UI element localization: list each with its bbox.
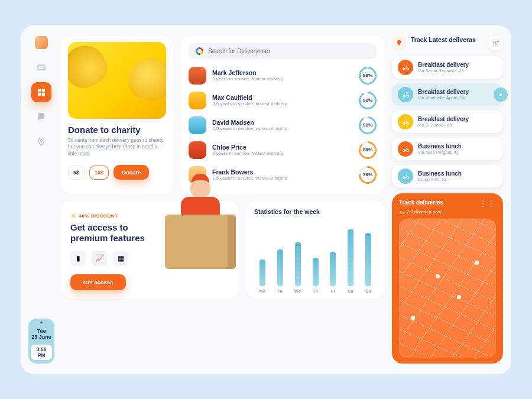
premium-heading: Get access to premium features [70, 222, 229, 244]
person-score: 92% [359, 92, 377, 109]
feature-chart-icon[interactable]: 📈 [92, 251, 107, 266]
person-row[interactable]: Mark Jefferson3 years in service, fastes… [189, 64, 377, 87]
svg-rect-3 [42, 89, 45, 92]
donate-card: Donate to charity 50 cents from each del… [61, 36, 173, 194]
person-name: David Madsen [212, 119, 353, 126]
premium-card: ⚡ 40% DISCOUNT Get access to premium fea… [61, 201, 239, 299]
svg-rect-2 [38, 89, 41, 92]
svg-point-20 [407, 150, 408, 151]
person-avatar [189, 141, 206, 159]
person-score: 98% [359, 67, 377, 85]
donate-button[interactable]: Donate [113, 165, 149, 180]
svg-point-18 [407, 122, 408, 124]
nav-location-icon[interactable] [31, 132, 51, 152]
date-date: 23 June [31, 334, 52, 340]
delivery-title: Breakfast delivery [418, 61, 497, 68]
scooter-icon [398, 141, 413, 157]
scooter-icon [398, 60, 413, 75]
person-score: 76% [359, 166, 377, 184]
stats-bar: Fr [327, 252, 339, 294]
feature-grid-icon[interactable]: ▦ [113, 251, 128, 266]
scooter-icon: 🛵 [399, 209, 404, 215]
search-bar[interactable] [189, 43, 377, 59]
person-name: Max Caulfield [212, 94, 353, 101]
svg-rect-4 [38, 92, 41, 95]
svg-point-6 [40, 140, 42, 141]
person-meta: 1,5 years in service, works at nights [212, 176, 353, 181]
donate-blurb: 50 cents from each delivery goes to char… [68, 137, 166, 158]
person-row[interactable]: Frank Bowers1,5 years in service, works … [189, 163, 377, 187]
delivery-row[interactable]: Breakfast deliveryVia Santa Reparata, 29 [392, 56, 503, 79]
delivery-address: Via S. Zanobi, 65 [418, 122, 497, 128]
google-icon [196, 47, 203, 55]
stats-bar: Tu [274, 249, 286, 294]
scooter-icon [398, 114, 413, 129]
stats-title: Statistics for the week [254, 208, 377, 215]
map-subtitle: 7 Deliveries now [407, 209, 442, 215]
settings-button[interactable] [489, 36, 503, 50]
delivery-row[interactable]: Business lunchBorgo Pinti, 81 [392, 165, 503, 187]
app-shell: Tue 23 June 3:50 PM Donate to charity 50… [21, 25, 511, 374]
delivery-row[interactable]: Breakfast deliveryVia Ventisette Aprile,… [392, 83, 503, 106]
person-meta: 2,5 years in service, fastest delivery [212, 101, 353, 106]
user-avatar[interactable] [35, 36, 48, 49]
date-widget: Tue 23 June 3:50 PM [28, 319, 54, 364]
stats-bar: Sa [345, 229, 356, 294]
get-access-button[interactable]: Get access [70, 274, 126, 290]
person-avatar [189, 116, 206, 134]
right-column: Track Latest deliveras Breakfast deliver… [392, 36, 503, 364]
person-avatar [189, 92, 206, 109]
delivery-title: Business lunch [418, 170, 497, 177]
svg-point-16 [407, 95, 408, 97]
bolt-icon: ⚡ [70, 213, 77, 219]
main-area: Donate to charity 50 cents from each del… [61, 36, 385, 364]
map-card: Track deliveries 🛵 7 Deliveries now ⋮⋮ [392, 193, 503, 364]
stats-bar: We [292, 242, 304, 294]
person-score: 91% [359, 116, 377, 134]
scooter-icon [398, 87, 413, 102]
stats-card: Statistics for the week MoTuWeThFrSaSu [246, 201, 385, 299]
delivery-title: Breakfast delivery [418, 89, 497, 95]
nav-card-icon[interactable] [31, 57, 51, 77]
svg-point-14 [407, 68, 408, 70]
search-input[interactable] [208, 48, 369, 54]
pin-icon [392, 36, 406, 50]
donate-amount-10[interactable]: 10$ [89, 166, 109, 180]
nav-chat-icon[interactable] [31, 107, 51, 127]
scooter-icon [398, 168, 413, 184]
map-view[interactable] [399, 219, 496, 358]
delivery-row[interactable]: Business lunchVia della Pergola, 41 [392, 138, 503, 160]
delivery-address: Via della Pergola, 41 [418, 150, 497, 155]
person-meta: 2 years in service, fastest delivery [212, 151, 353, 156]
svg-point-12 [498, 41, 499, 42]
stats-chart: MoTuWeThFrSaSu [254, 219, 377, 294]
delivery-row[interactable]: Breakfast deliveryVia S. Zanobi, 65 [392, 111, 503, 133]
stats-bar: Th [310, 258, 322, 294]
sidebar: Tue 23 June 3:50 PM [29, 36, 54, 364]
delivery-address: Via Ventisette Aprile, 14 [418, 95, 497, 100]
svg-point-11 [495, 43, 497, 44]
person-row[interactable]: Chloe Price2 years in service, fastest d… [189, 138, 377, 162]
person-name: Frank Bowers [212, 168, 353, 176]
person-score: 88% [359, 141, 377, 159]
person-meta: 2,5 years in service, works at nights [212, 126, 353, 131]
map-menu-icon[interactable]: ⋮⋮ [479, 199, 496, 207]
feature-remote-icon[interactable]: ▮ [70, 251, 86, 266]
track-title: Track Latest deliveras [411, 36, 484, 44]
person-row[interactable]: David Madsen2,5 years in service, works … [189, 113, 377, 137]
discount-badge: ⚡ 40% DISCOUNT [70, 213, 118, 219]
stats-bar: Su [362, 233, 374, 294]
date-day: Tue [31, 328, 52, 334]
delivery-address: Via Santa Reparata, 29 [418, 68, 497, 73]
delivery-address: Borgo Pinti, 81 [418, 177, 497, 182]
nav-dashboard-icon[interactable] [31, 82, 51, 102]
person-row[interactable]: Max Caulfield2,5 years in service, faste… [189, 89, 377, 112]
person-avatar [189, 67, 206, 85]
svg-point-22 [407, 177, 408, 179]
person-meta: 3 years in service, fastest delivery [212, 76, 353, 82]
delivery-title: Breakfast delivery [418, 116, 497, 122]
person-name: Chloe Price [212, 144, 353, 151]
donate-amount-5[interactable]: 5$ [68, 166, 85, 180]
delivery-title: Business lunch [418, 143, 497, 150]
date-time: 3:50 PM [31, 345, 52, 360]
